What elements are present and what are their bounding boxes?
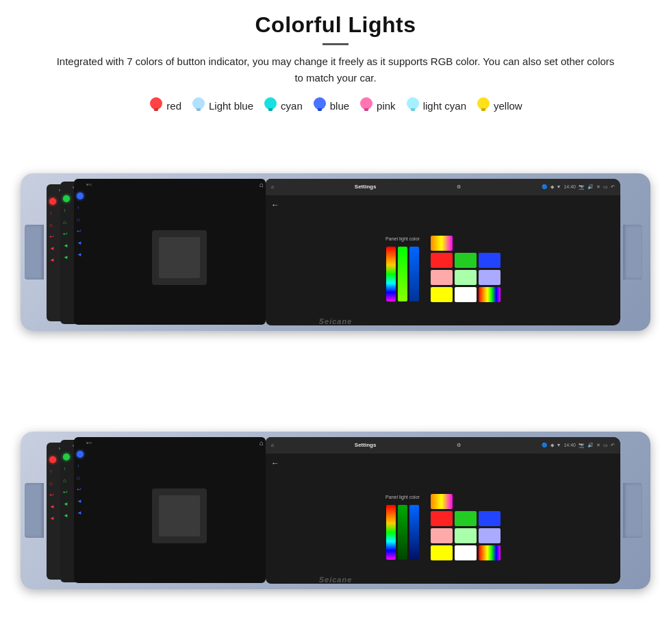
svg-rect-11	[318, 110, 322, 111]
svg-rect-13	[364, 108, 369, 110]
color-grid-top	[431, 236, 501, 302]
color-item-cyan: cyan	[263, 96, 303, 115]
svg-rect-7	[268, 108, 273, 110]
cg-green-top[interactable]	[455, 253, 477, 268]
page-title: Colorful Lights	[255, 12, 416, 38]
main-screen-top: ⌂ Settings ⚙ 🔵 ◆ ▼ 14:40 📷 🔊 ✕	[266, 179, 620, 325]
cg-spectrum-top[interactable]	[479, 287, 501, 302]
color-label-blue: blue	[330, 100, 349, 112]
screen-header-top: ⌂ Settings ⚙ 🔵 ◆ ▼ 14:40 📷 🔊 ✕	[266, 179, 620, 195]
bottom-unit-row: MIC ⌂ ↑ ⌂ ↩ ◄ ◄	[21, 383, 650, 637]
screen-title-bottom: Settings	[355, 442, 377, 448]
panel-light-bottom: Panel light color	[385, 495, 420, 560]
cg-blue-top[interactable]	[479, 253, 501, 268]
svg-point-6	[264, 97, 277, 110]
cg-blue-bottom[interactable]	[479, 511, 501, 526]
cg-lightblue-top[interactable]	[479, 270, 501, 285]
bracket-left-bottom	[25, 483, 44, 538]
panel-front-bottom: MIC ⌂ ↑ ⌂ ↩ ◄ ◄	[74, 437, 266, 583]
color-bars-top	[386, 247, 419, 301]
bulb-icon-lightblue	[191, 96, 206, 115]
back-btn-top[interactable]: ←	[266, 195, 620, 213]
back-btn-bottom[interactable]: ←	[266, 454, 620, 471]
color-label-cyan: cyan	[281, 100, 303, 112]
screen-header-bottom: ⌂ Settings ⚙ 🔵 ◆ ▼ 14:40 📷 🔊 ✕	[266, 437, 620, 454]
cg-spectrum-bottom[interactable]	[479, 545, 501, 560]
panel-front-top: MIC ⌂ ↑ ⌂ ↩ ◄ ◄	[74, 179, 266, 325]
color-item-yellow: yellow	[476, 96, 522, 115]
svg-rect-1	[154, 108, 159, 110]
left-panels-bottom: MIC ⌂ ↑ ⌂ ↩ ◄ ◄	[47, 437, 266, 584]
panel-light-top: Panel light color	[385, 236, 420, 301]
cg-rainbow-bottom[interactable]	[431, 494, 453, 509]
home-icon-bottom: ⌂	[271, 443, 274, 447]
bulb-icon-blue	[312, 96, 327, 115]
svg-point-15	[407, 97, 419, 110]
color-label-red: red	[166, 100, 181, 112]
color-label-lightblue: Light blue	[209, 100, 253, 112]
svg-point-9	[314, 97, 326, 110]
cg-green-bottom[interactable]	[455, 511, 477, 526]
left-panels-top: MIC ⌂ ↑ ⌂ ↩ ◄ ◄	[47, 179, 266, 325]
svg-rect-2	[154, 110, 158, 111]
svg-rect-17	[411, 110, 415, 111]
bracket-right-top	[623, 225, 642, 280]
svg-rect-14	[364, 110, 368, 111]
cg-rainbow-top[interactable]	[431, 236, 453, 251]
cg-lightred-bottom[interactable]	[431, 528, 453, 543]
cg-empty1	[455, 236, 477, 251]
color-grid-bottom	[431, 494, 501, 560]
color-item-blue: blue	[312, 96, 349, 115]
svg-rect-10	[317, 108, 322, 110]
cg-lightred-top[interactable]	[431, 270, 453, 285]
cg-yellow-bottom[interactable]	[431, 545, 453, 560]
svg-point-3	[192, 97, 205, 110]
page: Colorful Lights Integrated with 7 colors…	[0, 0, 671, 644]
color-label-pink: pink	[377, 100, 396, 112]
cg-red-bottom[interactable]	[431, 511, 453, 526]
time-top: 14:40	[564, 184, 576, 189]
cg-yellow-top[interactable]	[431, 287, 453, 302]
bracket-left-top	[25, 225, 44, 280]
color-item-pink: pink	[359, 96, 396, 115]
panel-light-label-bottom: Panel light color	[385, 495, 420, 499]
bulb-icon-lightcyan	[405, 96, 420, 115]
cg-white-top[interactable]	[455, 287, 477, 302]
color-label-lightcyan: light cyan	[423, 100, 466, 112]
usb-icon-bottom: ⚙	[457, 443, 461, 448]
screen-body-top: Panel light color	[266, 213, 620, 325]
home-icon-top: ⌂	[271, 184, 274, 189]
cg-empty4	[479, 494, 501, 509]
cg-red-top[interactable]	[431, 253, 453, 268]
svg-rect-16	[410, 108, 415, 110]
cg-white-bottom[interactable]	[455, 545, 477, 560]
bar-red-bottom	[386, 505, 396, 560]
bulb-icon-red	[149, 96, 164, 115]
svg-rect-5	[197, 110, 201, 111]
top-car-unit: MIC ⌂ ↑ ⌂ ↩ ◄ ◄	[21, 173, 650, 331]
panels-section: MIC ⌂ ↑ ⌂ ↩ ◄ ◄	[21, 125, 650, 637]
color-item-red: red	[149, 96, 181, 115]
bulb-icon-cyan	[263, 96, 278, 115]
svg-rect-4	[196, 108, 201, 110]
color-item-lightblue: Light blue	[191, 96, 253, 115]
cg-lightblue-bottom[interactable]	[479, 528, 501, 543]
cg-empty3	[455, 494, 477, 509]
bar-green-top	[398, 247, 407, 301]
usb-icon-top: ⚙	[457, 184, 461, 190]
bar-blue-bottom	[409, 505, 419, 560]
top-unit-row: MIC ⌂ ↑ ⌂ ↩ ◄ ◄	[21, 125, 650, 379]
subtitle: Integrated with 7 colors of button indic…	[55, 53, 616, 86]
bottom-car-unit: MIC ⌂ ↑ ⌂ ↩ ◄ ◄	[21, 432, 650, 589]
screen-body-bottom: Panel light color	[266, 471, 620, 584]
svg-point-18	[477, 97, 490, 110]
cg-lightgreen-top[interactable]	[455, 270, 477, 285]
title-divider	[322, 43, 349, 45]
screens-container-top: MIC ⌂ ↑ ⌂ ↩ ◄ ◄	[47, 179, 620, 325]
svg-point-0	[150, 97, 162, 110]
color-bars-bottom	[386, 505, 419, 560]
bar-red-top	[386, 247, 396, 301]
svg-rect-20	[481, 110, 485, 111]
color-item-lightcyan: light cyan	[405, 96, 466, 115]
cg-lightgreen-bottom[interactable]	[455, 528, 477, 543]
